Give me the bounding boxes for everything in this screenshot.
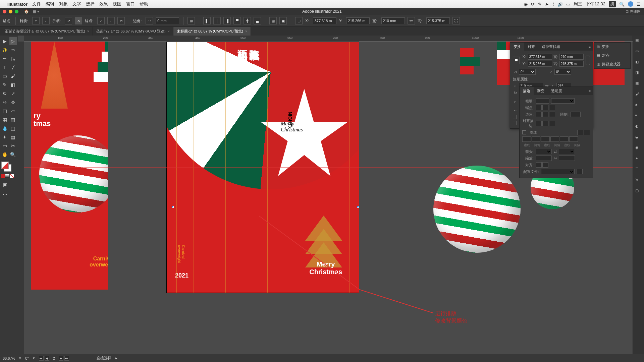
lasso-tool-icon[interactable]: ⊃	[9, 46, 17, 54]
battery-icon[interactable]: ▭	[566, 2, 570, 7]
h-input[interactable]	[426, 17, 450, 24]
pencil-icon[interactable]: ✎	[538, 2, 542, 7]
transform-ref-icon[interactable]: ⊡	[295, 17, 303, 24]
link-arrow-scale-icon[interactable]: ⚯	[554, 156, 557, 161]
menu-help[interactable]: 帮助	[140, 1, 148, 7]
arrow-start-select[interactable]	[536, 149, 552, 154]
libraries-panel-icon[interactable]: ▭	[635, 49, 642, 56]
align-top-icon[interactable]: ▀	[233, 17, 241, 24]
line-tool-icon[interactable]: ╱	[9, 63, 17, 71]
arrow-scale-end[interactable]	[559, 156, 575, 161]
panel-w-input[interactable]	[559, 54, 584, 60]
user-icon[interactable]	[628, 1, 633, 7]
slice-tool-icon[interactable]: ✂	[9, 142, 17, 150]
scale-tool-icon[interactable]: ⤢	[9, 89, 17, 98]
menu-object[interactable]: 对象	[59, 1, 68, 7]
arrow-scale-start[interactable]	[536, 156, 552, 161]
miter-limit-input[interactable]	[571, 112, 581, 117]
align-outside-icon[interactable]	[549, 121, 555, 126]
doc-tab-1[interactable]: 圣诞节海报设计.ai @ 66.67 % (CMYK/CPU 预览)×	[1, 27, 93, 36]
profile-select[interactable]	[541, 169, 575, 174]
shape-builder-tool-icon[interactable]: ◫	[1, 107, 9, 115]
properties-panel-icon[interactable]: ▤	[635, 38, 642, 45]
last-artboard-icon[interactable]: ⏭	[64, 356, 69, 361]
menu-select[interactable]: 选择	[86, 1, 95, 7]
brushes-panel-icon[interactable]: 🖌	[635, 92, 642, 99]
width-tool-icon[interactable]: ⇔	[1, 98, 9, 106]
magic-wand-tool-icon[interactable]: ✨	[1, 46, 9, 54]
panel-x-input[interactable]	[528, 54, 552, 60]
align-left-icon[interactable]: ▌	[203, 17, 211, 24]
menu-file[interactable]: 文件	[32, 1, 41, 7]
scale-strokes-checkbox[interactable]	[513, 121, 517, 125]
handle-show-icon[interactable]: ↗	[65, 17, 72, 24]
corner-radius-input[interactable]	[156, 17, 179, 24]
remove-anchor-icon[interactable]: ⟋	[97, 17, 105, 24]
join-bevel-icon[interactable]	[549, 112, 555, 117]
screen-mode-icon[interactable]: ▣	[1, 181, 9, 189]
ime-indicator[interactable]: 拼	[609, 1, 616, 7]
gradient-swatch-icon[interactable]	[5, 174, 9, 178]
next-artboard-icon[interactable]: ▶	[59, 356, 63, 361]
isolate-icon[interactable]: ▣	[279, 17, 287, 24]
control-center-icon[interactable]: ☰	[637, 2, 641, 7]
ruler-horizontal[interactable]: 150 250 350 450 550 650 750 850 950 1050…	[24, 36, 633, 42]
rotate-dropdown-icon[interactable]: ▾	[33, 356, 35, 360]
transparency-panel-icon[interactable]: ◒	[635, 135, 642, 141]
close-tab-icon[interactable]: ×	[245, 29, 247, 33]
menu-type[interactable]: 文字	[72, 1, 81, 7]
volume-icon[interactable]: 🔊	[557, 2, 563, 7]
shaper-tool-icon[interactable]: ✎	[1, 81, 9, 89]
eraser-tool-icon[interactable]: ◧	[9, 81, 17, 89]
color-panel-icon[interactable]: ◧	[635, 60, 642, 66]
align-inside-icon[interactable]	[542, 121, 548, 126]
none-swatch-icon[interactable]	[10, 174, 14, 178]
dash-preserve-icon[interactable]	[577, 130, 583, 135]
y-input[interactable]	[346, 17, 370, 24]
perspective-tool-icon[interactable]: ▱	[9, 107, 17, 115]
panel-menu-icon[interactable]: ≡	[587, 45, 593, 49]
appearance-panel-icon[interactable]: ◉	[635, 145, 642, 152]
align-bottom-icon[interactable]: ▄	[254, 17, 261, 24]
tab-transparency[interactable]: 透明度	[548, 87, 566, 95]
convert-smooth-icon[interactable]: ⦦	[42, 17, 50, 24]
blend-tool-icon[interactable]: ⬚	[9, 124, 17, 132]
spotlight-icon[interactable]: 🔍	[619, 2, 625, 7]
align-right-icon[interactable]: ▐	[223, 17, 231, 24]
reference-point-icon[interactable]	[513, 57, 520, 64]
rectangle-tool-icon[interactable]: ▭	[1, 72, 9, 80]
symbols-panel-icon[interactable]: ♣	[635, 103, 642, 109]
gap-1[interactable]	[532, 136, 540, 142]
zoom-tool-icon[interactable]: 🔍	[9, 150, 17, 159]
dash-3[interactable]	[560, 136, 569, 142]
cloud-sync-icon[interactable]: ⟳	[531, 2, 535, 7]
handle-hide-icon[interactable]: ✕	[75, 17, 82, 24]
menu-effect[interactable]: 效果	[99, 1, 108, 7]
selection-tool-icon[interactable]: ▶	[1, 37, 9, 45]
scale-corners-checkbox[interactable]	[513, 115, 517, 119]
pen-tool-icon[interactable]: ✒	[1, 55, 9, 63]
curvature-tool-icon[interactable]: ⦮	[9, 55, 17, 63]
shear-select[interactable]: 0°	[554, 69, 571, 75]
close-tab-icon[interactable]: ×	[87, 29, 89, 33]
clock[interactable]: 下午12:32	[586, 1, 605, 7]
symbol-sprayer-tool-icon[interactable]: ✦	[1, 133, 9, 141]
stroke-weight-input[interactable]	[536, 98, 549, 104]
align-vcenter-icon[interactable]: ╋	[244, 17, 251, 24]
dash-align-icon[interactable]	[584, 130, 590, 135]
home-icon[interactable]: 🏠	[24, 9, 29, 14]
tool-dropdown-icon[interactable]: ▸	[115, 356, 117, 360]
doc-tab-3[interactable]: 未标题-1* @ 66.67 % (CMYK/CPU 预览)×	[173, 27, 251, 36]
swatches-panel-icon[interactable]: ▦	[635, 81, 642, 88]
asset-export-panel-icon[interactable]: ⇲	[635, 178, 642, 184]
selection-handle[interactable]	[172, 206, 174, 208]
stroke-panel-icon[interactable]: ≡	[635, 113, 642, 120]
panel-h-input[interactable]	[559, 61, 584, 67]
gap-2[interactable]	[550, 136, 559, 142]
cap-square-icon[interactable]	[549, 105, 555, 110]
dash-1[interactable]	[522, 136, 531, 142]
gradient-tool-icon[interactable]: ▨	[9, 116, 17, 124]
paintbrush-tool-icon[interactable]: 🖌	[9, 72, 17, 80]
app-name[interactable]: Illustrator	[7, 2, 28, 7]
close-icon[interactable]	[3, 10, 6, 13]
